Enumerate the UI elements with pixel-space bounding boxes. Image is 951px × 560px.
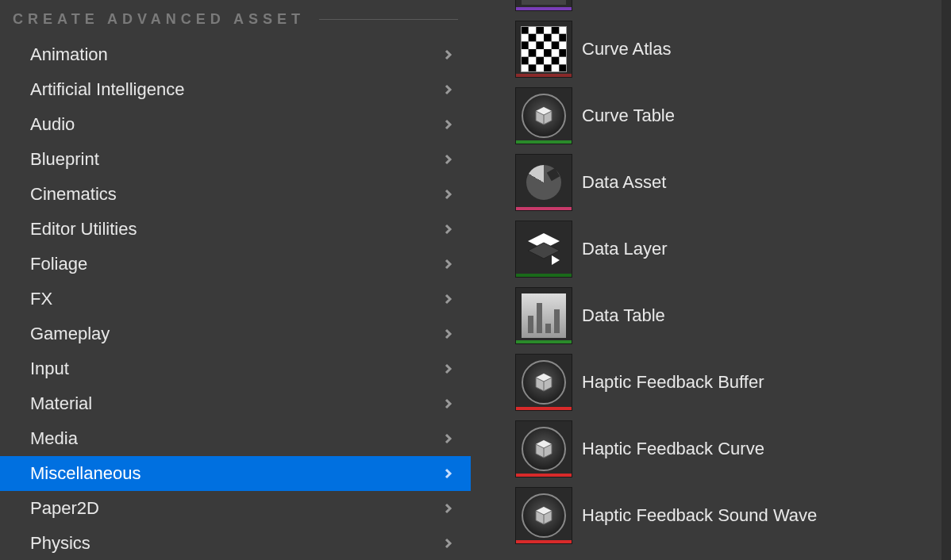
asset-item-haptic-feedback-curve[interactable]: Haptic Feedback Curve xyxy=(515,420,951,478)
cube-icon xyxy=(522,493,566,538)
asset-icon-wrap xyxy=(515,354,572,411)
category-item-cinematics[interactable]: Cinematics xyxy=(0,177,471,212)
asset-item-haptic-feedback-sound-wave[interactable]: Haptic Feedback Sound Wave xyxy=(515,487,951,544)
chevron-right-icon xyxy=(442,223,455,236)
asset-underline xyxy=(516,140,572,144)
chevron-right-icon xyxy=(442,153,455,166)
asset-label: Data Layer xyxy=(582,239,668,259)
category-list: AnimationArtificial IntelligenceAudioBlu… xyxy=(0,37,471,560)
asset-underline xyxy=(516,340,572,343)
cube-icon xyxy=(522,427,566,471)
category-item-physics[interactable]: Physics xyxy=(0,526,471,560)
asset-underline xyxy=(516,540,572,543)
chevron-right-icon xyxy=(442,467,455,480)
asset-label: Curve Table xyxy=(582,105,675,126)
category-item-input[interactable]: Input xyxy=(0,351,471,386)
cube-icon xyxy=(522,360,566,405)
categories-panel: CREATE ADVANCED ASSET AnimationArtificia… xyxy=(0,0,471,560)
asset-icon-wrap xyxy=(515,487,572,544)
asset-underline xyxy=(516,407,572,410)
category-item-editor-utilities[interactable]: Editor Utilities xyxy=(0,212,471,247)
asset-item-asset[interactable] xyxy=(515,0,951,11)
section-title: CREATE ADVANCED ASSET xyxy=(13,11,305,28)
category-label: Physics xyxy=(30,533,90,554)
placeholder-icon xyxy=(522,0,566,5)
asset-underline xyxy=(516,7,572,10)
asset-label: Data Asset xyxy=(582,172,666,193)
asset-icon-wrap xyxy=(515,287,572,344)
asset-icon-wrap xyxy=(515,21,572,78)
category-label: Audio xyxy=(30,114,75,135)
chevron-right-icon xyxy=(442,328,455,340)
category-label: Cinematics xyxy=(30,184,117,205)
chevron-right-icon xyxy=(442,362,455,375)
category-item-foliage[interactable]: Foliage xyxy=(0,247,471,282)
category-label: Miscellaneous xyxy=(30,463,141,484)
category-item-fx[interactable]: FX xyxy=(0,282,471,316)
category-label: Input xyxy=(30,359,69,379)
category-label: Paper2D xyxy=(30,498,99,519)
category-label: Animation xyxy=(30,44,108,65)
asset-label: Haptic Feedback Curve xyxy=(582,439,764,459)
category-label: Blueprint xyxy=(30,149,99,170)
asset-item-haptic-feedback-buffer[interactable]: Haptic Feedback Buffer xyxy=(515,354,951,411)
scrollbar[interactable] xyxy=(941,0,951,560)
category-item-blueprint[interactable]: Blueprint xyxy=(0,142,471,177)
asset-item-curve-table[interactable]: Curve Table xyxy=(515,87,951,144)
category-label: Media xyxy=(30,428,78,449)
chevron-right-icon xyxy=(442,188,455,201)
chevron-right-icon xyxy=(442,118,455,131)
asset-underline xyxy=(516,74,572,77)
category-label: Foliage xyxy=(30,254,87,274)
category-item-animation[interactable]: Animation xyxy=(0,37,471,72)
chevron-right-icon xyxy=(442,83,455,96)
category-label: Editor Utilities xyxy=(30,219,137,240)
chevron-right-icon xyxy=(442,397,455,410)
category-item-artificial-intelligence[interactable]: Artificial Intelligence xyxy=(0,72,471,107)
category-label: Gameplay xyxy=(30,324,110,344)
asset-label: Curve Atlas xyxy=(582,39,672,59)
category-item-miscellaneous[interactable]: Miscellaneous xyxy=(0,456,471,491)
category-label: FX xyxy=(30,289,52,309)
section-divider xyxy=(319,19,458,20)
category-item-material[interactable]: Material xyxy=(0,386,471,421)
asset-icon-wrap xyxy=(515,154,572,211)
category-label: Material xyxy=(30,393,92,414)
layers-icon xyxy=(522,227,566,271)
chevron-right-icon xyxy=(442,258,455,270)
asset-icon-wrap xyxy=(515,420,572,478)
pie-chart-icon xyxy=(526,165,561,200)
category-label: Artificial Intelligence xyxy=(30,79,184,100)
section-header: CREATE ADVANCED ASSET xyxy=(0,0,471,37)
asset-item-curve-atlas[interactable]: Curve Atlas xyxy=(515,21,951,78)
asset-label: Haptic Feedback Buffer xyxy=(582,372,764,393)
chevron-right-icon xyxy=(442,537,455,550)
asset-underline xyxy=(516,274,572,277)
cube-icon xyxy=(522,94,566,138)
category-item-gameplay[interactable]: Gameplay xyxy=(0,316,471,351)
bar-chart-icon xyxy=(522,293,566,338)
asset-icon-wrap xyxy=(515,0,572,11)
asset-label: Haptic Feedback Sound Wave xyxy=(582,505,817,526)
asset-panel: Curve AtlasCurve TableData AssetData Lay… xyxy=(471,0,951,560)
asset-icon-wrap xyxy=(515,221,572,278)
asset-underline xyxy=(516,474,572,477)
asset-label: Data Table xyxy=(582,305,665,326)
chevron-right-icon xyxy=(442,293,455,305)
category-item-paper2d[interactable]: Paper2D xyxy=(0,491,471,526)
chevron-right-icon xyxy=(442,432,455,445)
chevron-right-icon xyxy=(442,48,455,61)
asset-underline xyxy=(516,207,572,210)
asset-icon-wrap xyxy=(515,87,572,144)
checker-icon xyxy=(521,26,567,72)
asset-item-data-layer[interactable]: Data Layer xyxy=(515,221,951,278)
category-item-media[interactable]: Media xyxy=(0,421,471,456)
chevron-right-icon xyxy=(442,502,455,515)
asset-list: Curve AtlasCurve TableData AssetData Lay… xyxy=(515,0,951,544)
asset-item-data-table[interactable]: Data Table xyxy=(515,287,951,344)
category-item-audio[interactable]: Audio xyxy=(0,107,471,142)
asset-item-data-asset[interactable]: Data Asset xyxy=(515,154,951,211)
